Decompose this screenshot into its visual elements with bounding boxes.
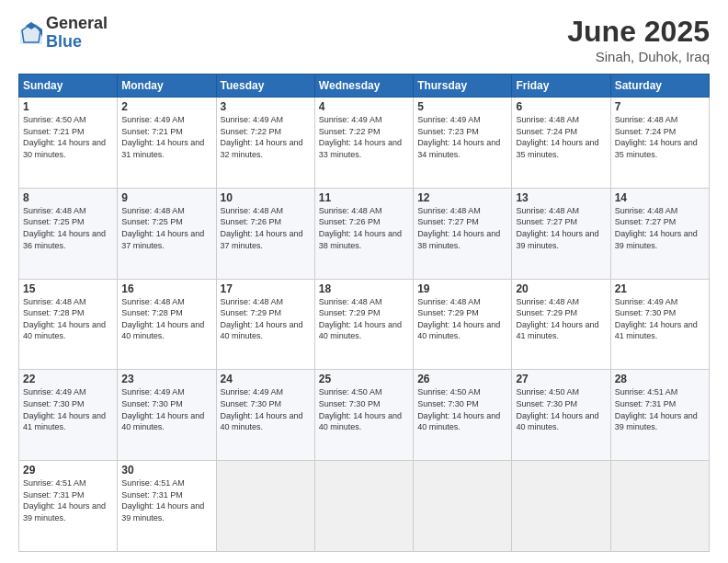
day-content: Sunrise: 4:51 AMSunset: 7:31 PMDaylight:… <box>121 477 211 523</box>
table-row <box>314 461 413 552</box>
day-number: 23 <box>121 373 211 385</box>
title-block: June 2025 Sinah, Duhok, Iraq <box>567 15 710 64</box>
table-row: 5Sunrise: 4:49 AMSunset: 7:23 PMDaylight… <box>414 98 512 189</box>
table-row: 18Sunrise: 4:48 AMSunset: 7:29 PMDayligh… <box>314 279 413 370</box>
table-row: 12Sunrise: 4:48 AMSunset: 7:27 PMDayligh… <box>414 188 512 279</box>
table-row: 24Sunrise: 4:49 AMSunset: 7:30 PMDayligh… <box>216 370 314 461</box>
header-monday: Monday <box>118 75 216 98</box>
day-number: 10 <box>221 191 311 204</box>
day-number: 14 <box>615 191 705 204</box>
table-row: 6Sunrise: 4:48 AMSunset: 7:24 PMDaylight… <box>512 98 610 189</box>
day-number: 11 <box>319 191 409 204</box>
logo: General Blue <box>18 15 108 52</box>
day-number: 12 <box>417 191 507 204</box>
title-location: Sinah, Duhok, Iraq <box>567 49 710 64</box>
table-row: 21Sunrise: 4:49 AMSunset: 7:30 PMDayligh… <box>610 279 709 370</box>
day-number: 24 <box>221 373 311 385</box>
day-content: Sunrise: 4:48 AMSunset: 7:25 PMDaylight:… <box>23 205 113 251</box>
day-content: Sunrise: 4:49 AMSunset: 7:23 PMDaylight:… <box>417 114 507 160</box>
day-content: Sunrise: 4:48 AMSunset: 7:29 PMDaylight:… <box>221 296 311 342</box>
day-number: 29 <box>23 464 113 477</box>
logo-blue: Blue <box>46 33 108 52</box>
day-number: 15 <box>23 282 113 295</box>
day-number: 4 <box>319 100 409 113</box>
day-content: Sunrise: 4:49 AMSunset: 7:22 PMDaylight:… <box>221 114 311 160</box>
table-row: 10Sunrise: 4:48 AMSunset: 7:26 PMDayligh… <box>216 188 314 279</box>
header-thursday: Thursday <box>414 75 512 98</box>
table-row: 22Sunrise: 4:49 AMSunset: 7:30 PMDayligh… <box>19 370 118 461</box>
day-number: 22 <box>23 373 113 385</box>
table-row: 25Sunrise: 4:50 AMSunset: 7:30 PMDayligh… <box>314 370 413 461</box>
header-wednesday: Wednesday <box>314 75 413 98</box>
table-row: 29Sunrise: 4:51 AMSunset: 7:31 PMDayligh… <box>19 461 118 552</box>
day-content: Sunrise: 4:48 AMSunset: 7:29 PMDaylight:… <box>319 296 409 342</box>
calendar-week-row: 29Sunrise: 4:51 AMSunset: 7:31 PMDayligh… <box>19 461 710 552</box>
day-content: Sunrise: 4:49 AMSunset: 7:22 PMDaylight:… <box>319 114 409 160</box>
table-row: 3Sunrise: 4:49 AMSunset: 7:22 PMDaylight… <box>216 98 314 189</box>
header-saturday: Saturday <box>610 75 709 98</box>
day-content: Sunrise: 4:49 AMSunset: 7:30 PMDaylight:… <box>121 386 211 432</box>
day-number: 6 <box>516 100 606 113</box>
header-friday: Friday <box>512 75 610 98</box>
day-content: Sunrise: 4:48 AMSunset: 7:26 PMDaylight:… <box>319 205 409 251</box>
day-number: 17 <box>221 282 311 295</box>
table-row: 15Sunrise: 4:48 AMSunset: 7:28 PMDayligh… <box>19 279 118 370</box>
logo-general: General <box>46 15 108 33</box>
day-number: 19 <box>417 282 507 295</box>
day-content: Sunrise: 4:48 AMSunset: 7:28 PMDaylight:… <box>121 296 211 342</box>
day-content: Sunrise: 4:50 AMSunset: 7:21 PMDaylight:… <box>23 114 113 160</box>
table-row: 4Sunrise: 4:49 AMSunset: 7:22 PMDaylight… <box>314 98 413 189</box>
day-number: 16 <box>121 282 211 295</box>
header-tuesday: Tuesday <box>216 75 314 98</box>
table-row: 27Sunrise: 4:50 AMSunset: 7:30 PMDayligh… <box>512 370 610 461</box>
day-content: Sunrise: 4:51 AMSunset: 7:31 PMDaylight:… <box>23 477 113 523</box>
day-content: Sunrise: 4:48 AMSunset: 7:28 PMDaylight:… <box>23 296 113 342</box>
day-number: 20 <box>516 282 606 295</box>
header: General Blue June 2025 Sinah, Duhok, Ira… <box>18 15 710 64</box>
day-number: 27 <box>516 373 606 385</box>
header-sunday: Sunday <box>19 75 118 98</box>
day-number: 18 <box>319 282 409 295</box>
day-number: 28 <box>615 373 705 385</box>
day-number: 1 <box>23 100 113 113</box>
table-row: 20Sunrise: 4:48 AMSunset: 7:29 PMDayligh… <box>512 279 610 370</box>
day-number: 13 <box>516 191 606 204</box>
table-row: 2Sunrise: 4:49 AMSunset: 7:21 PMDaylight… <box>118 98 216 189</box>
calendar-week-row: 15Sunrise: 4:48 AMSunset: 7:28 PMDayligh… <box>19 279 710 370</box>
table-row <box>216 461 314 552</box>
table-row: 17Sunrise: 4:48 AMSunset: 7:29 PMDayligh… <box>216 279 314 370</box>
day-number: 26 <box>417 373 507 385</box>
table-row: 13Sunrise: 4:48 AMSunset: 7:27 PMDayligh… <box>512 188 610 279</box>
calendar-header-row: Sunday Monday Tuesday Wednesday Thursday… <box>19 75 710 98</box>
calendar-week-row: 8Sunrise: 4:48 AMSunset: 7:25 PMDaylight… <box>19 188 710 279</box>
page: General Blue June 2025 Sinah, Duhok, Ira… <box>0 0 728 563</box>
day-content: Sunrise: 4:48 AMSunset: 7:27 PMDaylight:… <box>417 205 507 251</box>
day-content: Sunrise: 4:48 AMSunset: 7:24 PMDaylight:… <box>615 114 705 160</box>
table-row: 26Sunrise: 4:50 AMSunset: 7:30 PMDayligh… <box>414 370 512 461</box>
calendar-week-row: 1Sunrise: 4:50 AMSunset: 7:21 PMDaylight… <box>19 98 710 189</box>
day-content: Sunrise: 4:48 AMSunset: 7:27 PMDaylight:… <box>615 205 705 251</box>
table-row: 30Sunrise: 4:51 AMSunset: 7:31 PMDayligh… <box>118 461 216 552</box>
day-number: 5 <box>417 100 507 113</box>
day-content: Sunrise: 4:48 AMSunset: 7:29 PMDaylight:… <box>417 296 507 342</box>
table-row: 1Sunrise: 4:50 AMSunset: 7:21 PMDaylight… <box>19 98 118 189</box>
table-row: 7Sunrise: 4:48 AMSunset: 7:24 PMDaylight… <box>610 98 709 189</box>
day-content: Sunrise: 4:48 AMSunset: 7:24 PMDaylight:… <box>516 114 606 160</box>
table-row: 16Sunrise: 4:48 AMSunset: 7:28 PMDayligh… <box>118 279 216 370</box>
table-row: 19Sunrise: 4:48 AMSunset: 7:29 PMDayligh… <box>414 279 512 370</box>
table-row <box>414 461 512 552</box>
title-month: June 2025 <box>567 15 710 49</box>
day-number: 25 <box>319 373 409 385</box>
day-content: Sunrise: 4:48 AMSunset: 7:27 PMDaylight:… <box>516 205 606 251</box>
logo-icon <box>18 20 44 46</box>
day-number: 2 <box>121 100 211 113</box>
table-row: 14Sunrise: 4:48 AMSunset: 7:27 PMDayligh… <box>610 188 709 279</box>
table-row: 11Sunrise: 4:48 AMSunset: 7:26 PMDayligh… <box>314 188 413 279</box>
day-number: 9 <box>121 191 211 204</box>
day-content: Sunrise: 4:48 AMSunset: 7:25 PMDaylight:… <box>121 205 211 251</box>
day-content: Sunrise: 4:49 AMSunset: 7:30 PMDaylight:… <box>615 296 705 342</box>
day-content: Sunrise: 4:51 AMSunset: 7:31 PMDaylight:… <box>615 386 705 432</box>
day-content: Sunrise: 4:48 AMSunset: 7:26 PMDaylight:… <box>221 205 311 251</box>
day-content: Sunrise: 4:50 AMSunset: 7:30 PMDaylight:… <box>417 386 507 432</box>
day-content: Sunrise: 4:50 AMSunset: 7:30 PMDaylight:… <box>516 386 606 432</box>
